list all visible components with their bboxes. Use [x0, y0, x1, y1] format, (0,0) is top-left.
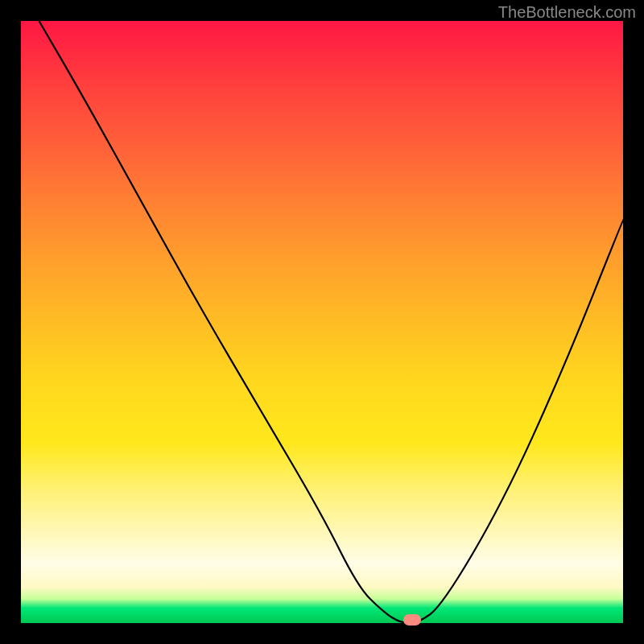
attribution-text: TheBottleneck.com [498, 3, 636, 22]
optimal-point-marker [403, 614, 421, 625]
bottleneck-curve [21, 21, 623, 623]
chart-plot-area [21, 21, 623, 623]
